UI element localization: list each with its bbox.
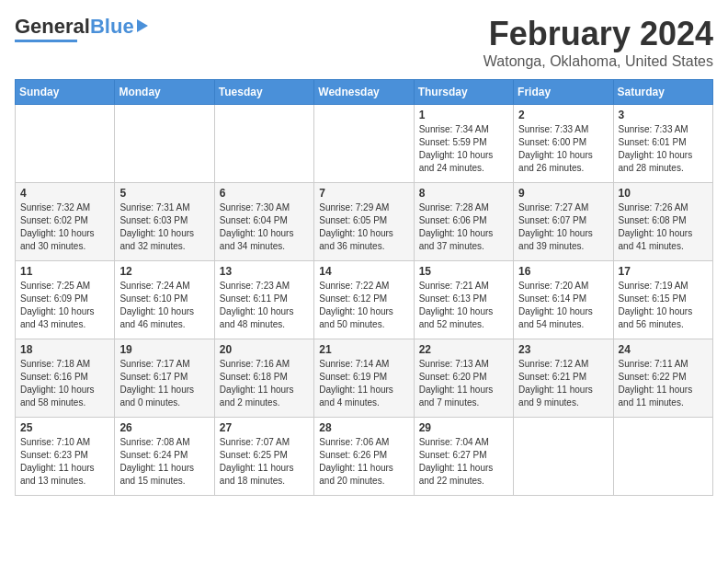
calendar-cell: 21Sunrise: 7:14 AM Sunset: 6:19 PM Dayli… bbox=[314, 339, 414, 418]
weekday-header-thursday: Thursday bbox=[414, 80, 513, 105]
day-info: Sunrise: 7:04 AM Sunset: 6:27 PM Dayligh… bbox=[419, 436, 508, 488]
calendar-cell: 26Sunrise: 7:08 AM Sunset: 6:24 PM Dayli… bbox=[115, 418, 214, 496]
calendar-cell bbox=[16, 105, 115, 183]
calendar-cell: 28Sunrise: 7:06 AM Sunset: 6:26 PM Dayli… bbox=[314, 418, 414, 496]
day-info: Sunrise: 7:30 AM Sunset: 6:04 PM Dayligh… bbox=[220, 201, 309, 253]
calendar-cell: 8Sunrise: 7:28 AM Sunset: 6:06 PM Daylig… bbox=[414, 183, 513, 261]
day-number: 18 bbox=[20, 343, 109, 356]
day-number: 13 bbox=[220, 265, 309, 278]
day-info: Sunrise: 7:34 AM Sunset: 5:59 PM Dayligh… bbox=[419, 123, 508, 175]
calendar-table: SundayMondayTuesdayWednesdayThursdayFrid… bbox=[15, 79, 713, 496]
weekday-header-wednesday: Wednesday bbox=[314, 80, 414, 105]
calendar-cell: 4Sunrise: 7:32 AM Sunset: 6:02 PM Daylig… bbox=[16, 183, 115, 261]
calendar-cell bbox=[514, 418, 613, 496]
day-info: Sunrise: 7:24 AM Sunset: 6:10 PM Dayligh… bbox=[119, 280, 209, 331]
calendar-cell: 15Sunrise: 7:21 AM Sunset: 6:13 PM Dayli… bbox=[414, 261, 513, 339]
day-info: Sunrise: 7:10 AM Sunset: 6:23 PM Dayligh… bbox=[20, 436, 109, 488]
calendar-week-3: 18Sunrise: 7:18 AM Sunset: 6:16 PM Dayli… bbox=[16, 339, 713, 418]
day-info: Sunrise: 7:11 AM Sunset: 6:22 PM Dayligh… bbox=[619, 358, 708, 409]
calendar-cell: 7Sunrise: 7:29 AM Sunset: 6:05 PM Daylig… bbox=[314, 183, 414, 261]
day-number: 2 bbox=[518, 109, 608, 121]
calendar-cell bbox=[613, 418, 712, 496]
calendar-week-2: 11Sunrise: 7:25 AM Sunset: 6:09 PM Dayli… bbox=[16, 261, 713, 339]
day-info: Sunrise: 7:22 AM Sunset: 6:12 PM Dayligh… bbox=[319, 280, 408, 331]
calendar-cell: 5Sunrise: 7:31 AM Sunset: 6:03 PM Daylig… bbox=[115, 183, 214, 261]
day-info: Sunrise: 7:07 AM Sunset: 6:25 PM Dayligh… bbox=[220, 436, 309, 488]
day-number: 16 bbox=[518, 265, 608, 278]
day-number: 6 bbox=[220, 187, 309, 200]
calendar-cell: 25Sunrise: 7:10 AM Sunset: 6:23 PM Dayli… bbox=[16, 418, 115, 496]
calendar-cell: 20Sunrise: 7:16 AM Sunset: 6:18 PM Dayli… bbox=[214, 339, 313, 418]
day-info: Sunrise: 7:32 AM Sunset: 6:02 PM Dayligh… bbox=[20, 201, 109, 253]
day-number: 26 bbox=[119, 421, 209, 434]
day-number: 5 bbox=[119, 187, 209, 200]
day-number: 22 bbox=[419, 343, 508, 356]
calendar-cell bbox=[314, 105, 414, 183]
logo: General Blue bbox=[15, 15, 148, 42]
day-number: 27 bbox=[220, 421, 309, 434]
day-info: Sunrise: 7:13 AM Sunset: 6:20 PM Dayligh… bbox=[419, 358, 508, 409]
day-number: 29 bbox=[419, 421, 508, 434]
day-number: 28 bbox=[319, 421, 408, 434]
day-number: 19 bbox=[119, 343, 209, 356]
weekday-header-tuesday: Tuesday bbox=[214, 80, 313, 105]
day-info: Sunrise: 7:27 AM Sunset: 6:07 PM Dayligh… bbox=[518, 201, 608, 253]
calendar-cell: 18Sunrise: 7:18 AM Sunset: 6:16 PM Dayli… bbox=[16, 339, 115, 418]
logo-arrow-icon bbox=[137, 19, 148, 32]
day-number: 14 bbox=[319, 265, 408, 278]
day-info: Sunrise: 7:17 AM Sunset: 6:17 PM Dayligh… bbox=[119, 358, 209, 409]
day-info: Sunrise: 7:18 AM Sunset: 6:16 PM Dayligh… bbox=[20, 358, 109, 409]
weekday-header-monday: Monday bbox=[115, 80, 214, 105]
day-info: Sunrise: 7:08 AM Sunset: 6:24 PM Dayligh… bbox=[119, 436, 209, 488]
day-info: Sunrise: 7:19 AM Sunset: 6:15 PM Dayligh… bbox=[619, 280, 708, 331]
day-info: Sunrise: 7:26 AM Sunset: 6:08 PM Dayligh… bbox=[619, 201, 708, 253]
day-info: Sunrise: 7:16 AM Sunset: 6:18 PM Dayligh… bbox=[220, 358, 309, 409]
calendar-cell: 1Sunrise: 7:34 AM Sunset: 5:59 PM Daylig… bbox=[414, 105, 513, 183]
day-number: 11 bbox=[20, 265, 109, 278]
calendar-cell: 23Sunrise: 7:12 AM Sunset: 6:21 PM Dayli… bbox=[514, 339, 613, 418]
title-section: February 2024 Watonga, Oklahoma, United … bbox=[483, 15, 713, 70]
location: Watonga, Oklahoma, United States bbox=[483, 53, 713, 70]
day-number: 25 bbox=[20, 421, 109, 434]
day-info: Sunrise: 7:06 AM Sunset: 6:26 PM Dayligh… bbox=[319, 436, 408, 488]
logo-general: General bbox=[15, 15, 90, 39]
day-info: Sunrise: 7:12 AM Sunset: 6:21 PM Dayligh… bbox=[518, 358, 608, 409]
day-number: 15 bbox=[419, 265, 508, 278]
day-info: Sunrise: 7:33 AM Sunset: 6:01 PM Dayligh… bbox=[619, 123, 708, 175]
day-number: 4 bbox=[20, 187, 109, 200]
calendar-cell: 3Sunrise: 7:33 AM Sunset: 6:01 PM Daylig… bbox=[613, 105, 712, 183]
calendar-cell bbox=[115, 105, 214, 183]
calendar-cell: 11Sunrise: 7:25 AM Sunset: 6:09 PM Dayli… bbox=[16, 261, 115, 339]
logo-underline bbox=[15, 40, 77, 42]
day-info: Sunrise: 7:31 AM Sunset: 6:03 PM Dayligh… bbox=[119, 201, 209, 253]
day-number: 3 bbox=[619, 109, 708, 121]
day-number: 20 bbox=[220, 343, 309, 356]
calendar-week-4: 25Sunrise: 7:10 AM Sunset: 6:23 PM Dayli… bbox=[16, 418, 713, 496]
calendar-cell bbox=[214, 105, 313, 183]
calendar-cell: 10Sunrise: 7:26 AM Sunset: 6:08 PM Dayli… bbox=[613, 183, 712, 261]
calendar-cell: 9Sunrise: 7:27 AM Sunset: 6:07 PM Daylig… bbox=[514, 183, 613, 261]
day-number: 8 bbox=[419, 187, 508, 200]
calendar-cell: 27Sunrise: 7:07 AM Sunset: 6:25 PM Dayli… bbox=[214, 418, 313, 496]
day-number: 12 bbox=[119, 265, 209, 278]
calendar-cell: 22Sunrise: 7:13 AM Sunset: 6:20 PM Dayli… bbox=[414, 339, 513, 418]
day-number: 23 bbox=[518, 343, 608, 356]
calendar-week-1: 4Sunrise: 7:32 AM Sunset: 6:02 PM Daylig… bbox=[16, 183, 713, 261]
calendar-header-row: SundayMondayTuesdayWednesdayThursdayFrid… bbox=[16, 80, 713, 105]
day-number: 1 bbox=[419, 109, 508, 121]
weekday-header-friday: Friday bbox=[514, 80, 613, 105]
day-info: Sunrise: 7:21 AM Sunset: 6:13 PM Dayligh… bbox=[419, 280, 508, 331]
day-number: 21 bbox=[319, 343, 408, 356]
day-info: Sunrise: 7:14 AM Sunset: 6:19 PM Dayligh… bbox=[319, 358, 408, 409]
weekday-header-saturday: Saturday bbox=[613, 80, 712, 105]
day-number: 9 bbox=[518, 187, 608, 200]
calendar-cell: 24Sunrise: 7:11 AM Sunset: 6:22 PM Dayli… bbox=[613, 339, 712, 418]
day-number: 17 bbox=[619, 265, 708, 278]
day-info: Sunrise: 7:29 AM Sunset: 6:05 PM Dayligh… bbox=[319, 201, 408, 253]
calendar-cell: 14Sunrise: 7:22 AM Sunset: 6:12 PM Dayli… bbox=[314, 261, 414, 339]
calendar-cell: 19Sunrise: 7:17 AM Sunset: 6:17 PM Dayli… bbox=[115, 339, 214, 418]
day-info: Sunrise: 7:20 AM Sunset: 6:14 PM Dayligh… bbox=[518, 280, 608, 331]
calendar-cell: 13Sunrise: 7:23 AM Sunset: 6:11 PM Dayli… bbox=[214, 261, 313, 339]
calendar-cell: 2Sunrise: 7:33 AM Sunset: 6:00 PM Daylig… bbox=[514, 105, 613, 183]
day-number: 10 bbox=[619, 187, 708, 200]
